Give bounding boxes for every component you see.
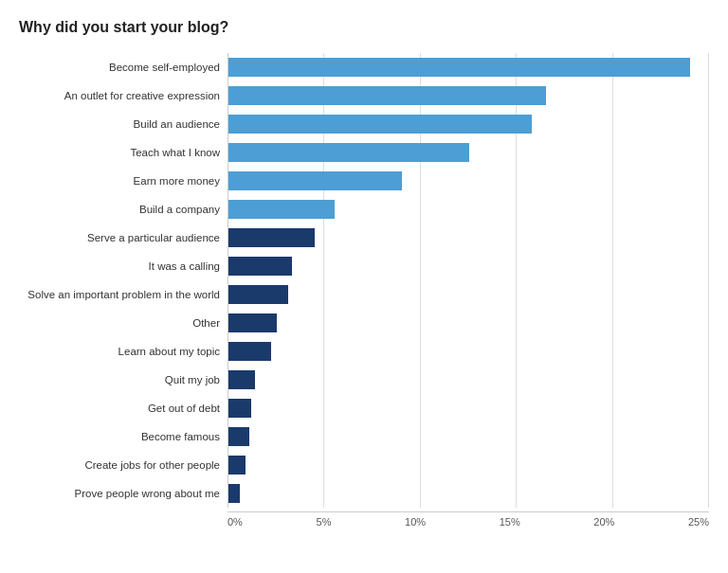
bar-6 (228, 228, 315, 247)
bar-row-1 (228, 81, 709, 110)
x-axis: 0%5%10%15%20%25% (19, 511, 709, 528)
bar-10 (228, 342, 271, 361)
chart-title: Why did you start your blog? (19, 19, 709, 36)
bar-row-15 (228, 479, 709, 508)
bar-3 (228, 143, 469, 162)
chart-area: Become self-employedAn outlet for creati… (19, 53, 709, 508)
x-axis-label-5: 25% (688, 516, 709, 528)
bar-row-3 (228, 138, 709, 167)
x-axis-labels: 0%5%10%15%20%25% (228, 511, 709, 528)
bar-label-10: Learn about my topic (19, 337, 228, 366)
chart-container: Become self-employedAn outlet for creati… (19, 53, 709, 528)
x-axis-label-1: 5% (317, 516, 332, 528)
bar-row-4 (228, 167, 709, 195)
bar-label-14: Create jobs for other people (19, 451, 228, 479)
bar-label-15: Prove people wrong about me (19, 479, 228, 508)
bar-14 (228, 456, 246, 475)
bar-15 (228, 484, 240, 503)
bar-row-5 (228, 195, 709, 224)
bar-9 (228, 313, 277, 332)
bar-label-3: Teach what I know (19, 138, 228, 167)
bar-label-12: Get out of debt (19, 394, 228, 422)
bar-label-9: Other (19, 309, 228, 337)
labels-column: Become self-employedAn outlet for creati… (19, 53, 228, 508)
bar-8 (228, 285, 288, 304)
bar-label-0: Become self-employed (19, 53, 228, 81)
bar-row-13 (228, 422, 709, 451)
bar-label-1: An outlet for creative expression (19, 81, 228, 110)
bar-row-8 (228, 280, 709, 309)
bar-row-0 (228, 53, 709, 81)
bar-label-11: Quit my job (19, 366, 228, 394)
bars-column (228, 53, 709, 508)
bar-row-11 (228, 366, 709, 394)
bar-7 (228, 257, 292, 276)
bar-label-13: Become famous (19, 422, 228, 451)
bar-label-8: Solve an important problem in the world (19, 280, 228, 309)
bar-12 (228, 399, 251, 418)
bar-row-9 (228, 309, 709, 337)
bar-0 (228, 58, 690, 77)
bar-row-6 (228, 224, 709, 252)
bar-1 (228, 86, 546, 105)
bar-row-12 (228, 394, 709, 422)
bar-11 (228, 370, 255, 389)
bar-5 (228, 200, 335, 219)
x-axis-label-3: 15% (500, 516, 520, 528)
bar-row-2 (228, 110, 709, 138)
bar-row-14 (228, 451, 709, 479)
x-axis-label-2: 10% (405, 516, 426, 528)
x-axis-label-4: 20% (593, 516, 614, 528)
bar-13 (228, 427, 249, 446)
bar-row-7 (228, 252, 709, 280)
bar-label-7: It was a calling (19, 252, 228, 280)
bar-label-5: Build a company (19, 195, 228, 224)
bar-2 (228, 115, 532, 134)
bar-label-6: Serve a particular audience (19, 224, 228, 252)
bar-label-4: Earn more money (19, 167, 228, 195)
bar-4 (228, 171, 402, 190)
bar-label-2: Build an audience (19, 110, 228, 138)
x-axis-label-0: 0% (228, 516, 243, 528)
bar-row-10 (228, 337, 709, 366)
